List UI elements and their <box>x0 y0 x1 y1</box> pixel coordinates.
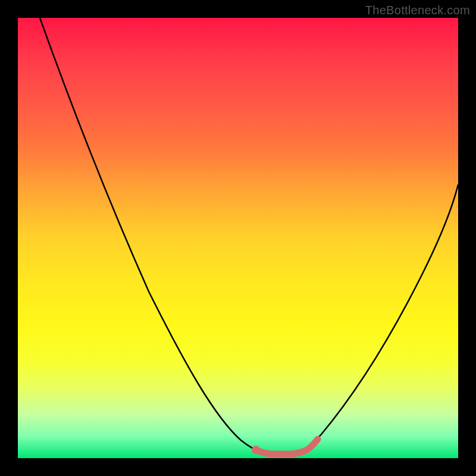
watermark-text: TheBottleneck.com <box>365 4 470 17</box>
valley-highlight <box>256 439 318 454</box>
chart-container: TheBottleneck.com <box>0 0 476 476</box>
chart-svg <box>18 18 458 458</box>
bottleneck-curve <box>40 18 458 452</box>
